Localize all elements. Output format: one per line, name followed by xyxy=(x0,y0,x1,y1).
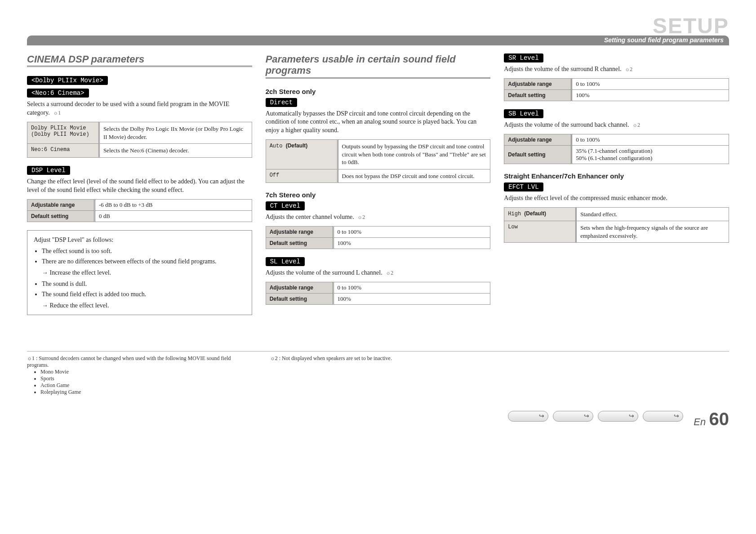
sb-level-desc: Adjusts the volume of the surround back … xyxy=(504,121,729,129)
dsp-level-table: Adjustable range-6 dB to 0 dB to +3 dB D… xyxy=(27,199,252,222)
table-row: Adjustable range0 to 100% xyxy=(504,134,729,145)
dsp-level-desc: Change the effect level (level of the so… xyxy=(27,178,252,195)
table-row: Adjustable range-6 dB to 0 dB to +3 dB xyxy=(27,199,252,210)
setup-subtitle: Setting sound field program parameters xyxy=(604,36,724,44)
sb-level-table: Adjustable range0 to 100% Default settin… xyxy=(504,134,729,164)
direct-desc: Automatically bypasses the DSP circuit a… xyxy=(266,110,491,135)
kv-key: Adjustable range xyxy=(266,282,333,294)
table-row: Adjustable range0 to 100% xyxy=(266,282,490,294)
kv-key: Adjustable range xyxy=(266,227,333,238)
opt-val: Does not bypass the DSP circuit and tone… xyxy=(338,169,490,183)
table-row: Low Sets when the high-frequency signals… xyxy=(504,221,729,243)
guide-item: There are no differences between effects… xyxy=(42,257,245,266)
footnotes: ☼1 : Surround decoders cannot be changed… xyxy=(27,351,729,396)
kv-key: Adjustable range xyxy=(504,134,572,145)
efct-desc: Adjusts the effect level of the compress… xyxy=(504,194,729,203)
subheading-enhancer: Straight Enhancer/7ch Enhancer only xyxy=(504,172,729,180)
opt-val: Sets when the high-frequency signals of … xyxy=(576,221,729,243)
pill-sl-level: SL Level xyxy=(266,257,305,266)
footnote-1-text: Surround decoders cannot be changed when… xyxy=(27,355,231,368)
pill-ct-level: CT Level xyxy=(266,201,305,210)
section-title-cinema: CINEMA DSP parameters xyxy=(27,53,252,67)
dsp-adjust-guide-box: Adjust "DSP Level" as follows: The effec… xyxy=(27,230,252,315)
table-row: Adjustable range0 to 100% xyxy=(504,78,729,89)
nav-pill-icon[interactable] xyxy=(643,411,683,422)
footnote-list-item: Roleplaying Game xyxy=(40,389,243,396)
kv-val: 100% xyxy=(333,294,490,305)
subheading-7ch-stereo: 7ch Stereo only xyxy=(266,191,491,199)
footnote-list-item: Sports xyxy=(40,375,243,382)
opt-val: Selects the Neo:6 (Cinema) decoder. xyxy=(99,144,252,158)
nav-pill-icon[interactable] xyxy=(508,411,548,422)
opt-val: Standard effect. xyxy=(576,207,729,221)
note-ref-2: ☼2 xyxy=(625,66,632,72)
sl-level-table: Adjustable range0 to 100% Default settin… xyxy=(266,282,491,305)
kv-val: 0 to 100% xyxy=(333,227,490,238)
opt-key: Neo:6 Cinema xyxy=(27,144,99,158)
kv-key: Adjustable range xyxy=(504,78,572,89)
table-row: Default setting 35% (7.1-channel configu… xyxy=(504,145,729,164)
guide-item: The sound field effect is added too much… xyxy=(42,289,245,299)
guide-title: Adjust "DSP Level" as follows: xyxy=(34,235,245,245)
kv-val: 35% (7.1-channel configuration) 50% (6.1… xyxy=(572,145,729,164)
pill-sb-level: SB Level xyxy=(504,109,543,118)
pill-dsp-level: DSP Level xyxy=(27,166,70,175)
kv-val: 0 to 100% xyxy=(572,78,729,89)
pill-dolby: <Dolby PLIIx Movie> xyxy=(27,76,108,85)
kv-val: 100% xyxy=(333,238,490,249)
opt-key: Dolby PLIIx Movie (Dolby PLII Movie) xyxy=(27,122,99,144)
table-row: Default setting100% xyxy=(266,294,490,305)
footnote-2-text: Not displayed when speakers are set to b… xyxy=(282,355,392,361)
kv-val: -6 dB to 0 dB to +3 dB xyxy=(94,199,252,210)
table-row: Off Does not bypass the DSP circuit and … xyxy=(266,169,490,183)
setup-title: SETUP xyxy=(27,13,729,38)
column-params-usable: Parameters usable in certain sound field… xyxy=(266,53,491,315)
table-row: Default setting100% xyxy=(266,238,490,249)
opt-key: Auto (Default) xyxy=(266,140,338,169)
ct-level-desc: Adjusts the center channel volume. ☼2 xyxy=(266,213,491,222)
page-header: SETUP Setting sound field program parame… xyxy=(27,13,729,45)
kv-val: 0 to 100% xyxy=(333,282,490,294)
table-row: Neo:6 CinemaSelects the Neo:6 (Cinema) d… xyxy=(27,144,252,158)
sl-level-desc: Adjusts the volume of the surround L cha… xyxy=(266,269,491,277)
opt-key: Low xyxy=(504,221,576,243)
subheading-2ch-stereo: 2ch Stereo only xyxy=(266,88,491,95)
pill-efct-lvl: EFCT LVL xyxy=(504,182,543,191)
page-footer: En 60 xyxy=(27,409,729,429)
note-ref-2: ☼2 xyxy=(357,214,365,220)
opt-key: Off xyxy=(266,169,338,183)
kv-key: Default setting xyxy=(27,210,95,222)
nav-pill-icon[interactable] xyxy=(553,411,593,422)
efct-options-table: High (Default) Standard effect. Low Sets… xyxy=(504,207,729,243)
direct-options-table: Auto (Default) Outputs sound by bypassin… xyxy=(266,139,491,183)
sl-desc-text: Adjusts the volume of the surround L cha… xyxy=(266,269,382,276)
footnote-list-item: Mono Movie xyxy=(40,369,243,375)
sb-default-line2: 50% (6.1-channel configuration) xyxy=(576,155,725,162)
guide-action: → Reduce the effect level. xyxy=(42,301,245,310)
table-row: Adjustable range0 to 100% xyxy=(266,227,490,238)
decoder-description: Selects a surround decoder to be used wi… xyxy=(27,100,252,117)
kv-key: Default setting xyxy=(266,294,333,305)
kv-key: Adjustable range xyxy=(27,199,95,210)
footer-nav-icons xyxy=(508,411,683,422)
opt-val: Outputs sound by bypassing the DSP circu… xyxy=(338,140,490,169)
page-language: En xyxy=(694,416,706,427)
nav-pill-icon[interactable] xyxy=(598,411,638,422)
kv-val: 100% xyxy=(572,89,729,101)
guide-item: The sound is dull. xyxy=(42,279,245,289)
kv-val: 0 dB xyxy=(94,210,252,222)
sr-level-table: Adjustable range0 to 100% Default settin… xyxy=(504,78,729,101)
pill-direct: Direct xyxy=(266,98,297,107)
table-row: Auto (Default) Outputs sound by bypassin… xyxy=(266,140,490,169)
footnote-2: ☼2 : Not displayed when speakers are set… xyxy=(270,355,486,396)
guide-action: → Increase the effect level. xyxy=(42,268,245,277)
column-level-params: SR Level Adjusts the volume of the surro… xyxy=(504,53,729,315)
note-ref-1: ☼1 xyxy=(53,110,61,116)
kv-val: 0 to 100% xyxy=(572,134,729,145)
footnote-2-label: ☼2 : xyxy=(270,355,280,361)
guide-item: The effect sound is too soft. xyxy=(42,246,245,256)
opt-val: Selects the Dolby Pro Logic IIx Movie (o… xyxy=(99,122,252,144)
column-cinema-dsp: CINEMA DSP parameters <Dolby PLIIx Movie… xyxy=(27,53,252,315)
ct-level-table: Adjustable range0 to 100% Default settin… xyxy=(266,226,491,249)
sr-desc-text: Adjusts the volume of the surround R cha… xyxy=(504,66,621,72)
